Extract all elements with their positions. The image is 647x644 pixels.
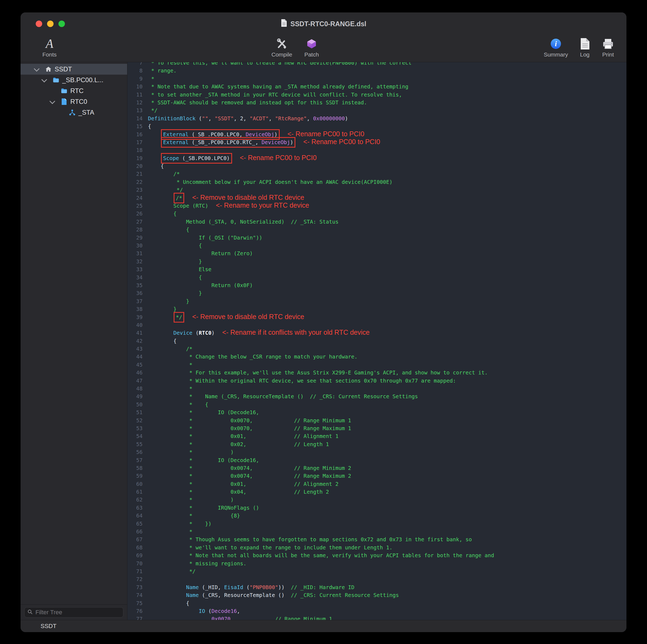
summary-button[interactable]: i Summary [544,37,568,58]
code-line [148,146,627,154]
code-line: * }) [148,520,627,528]
code-line: * { [148,401,627,408]
filter-tree-field [24,607,123,618]
fonts-button[interactable]: A Fonts [34,37,64,58]
code-token: { [148,243,202,249]
code-token: * Note that not all boards will be the s… [148,552,494,559]
tree-item-rtc[interactable]: RTC [20,85,127,96]
code-token: * 0x0074, // Range Maximum 2 [148,473,351,479]
code-token: // _HID: Hardware ID [291,584,354,590]
print-button[interactable]: Print [601,37,615,58]
tree-item-ssdt[interactable]: SSDT [20,64,127,75]
code-token: ( [196,115,202,122]
filter-tree-input[interactable] [35,609,120,616]
line-number: 57 [127,456,143,464]
code-token: * 0x0070, // Range Maximum 1 [148,425,351,431]
code-token: (_CRS, ResourceTemplate () [199,592,291,598]
code-line: /*<- Remove to disable old RTC device [148,194,627,202]
code-token: * IO (Decode16, [148,409,259,415]
line-number: 11 [127,91,143,99]
line-number: 39 [127,313,143,321]
titlebar: SSDT-RTC0-RANGE.dsl [20,12,627,35]
patch-icon [305,37,318,51]
code-token: * [148,386,192,392]
code-token: Name [186,584,199,590]
summary-icon: i [550,37,562,51]
chevron-down-icon[interactable] [42,77,47,82]
folder-icon [52,77,60,84]
line-number: 22 [127,178,143,186]
code-line: { [148,210,627,218]
close-button[interactable] [36,20,42,27]
chevron-down-icon[interactable] [50,98,55,104]
code-line: { [148,226,627,234]
line-number: 56 [127,448,143,456]
code-token: * 0x0074, // Range Minimum 2 [148,465,351,471]
line-number: 32 [127,258,143,265]
zoom-button[interactable] [58,20,65,27]
line-number: 44 [127,353,143,361]
line-number: 36 [127,289,143,297]
annotation-text: <- Rename to your RTC device [216,202,309,209]
code-token: * { [148,401,208,408]
tree-item-sb-pc00[interactable]: _SB.PC00.L... [20,75,127,85]
log-button[interactable]: Log [579,37,590,58]
code-token: External [163,132,189,138]
code-line: * [148,75,627,83]
code-line: DefinitionBlock ("", "SSDT", 2, "ACDT", … [148,114,627,123]
code-token: ) [345,115,348,122]
chevron-down-icon[interactable] [34,66,40,71]
code-token: */ [176,314,182,320]
code-token: * }) [148,521,212,527]
code-token: * [148,529,192,535]
minimize-button[interactable] [47,20,54,27]
code-line: */ [148,186,627,194]
code-editor[interactable]: 7891011121314151617181920212223242526272… [127,62,627,620]
code-line [148,575,627,583]
code-token: Decode16 [212,608,237,614]
line-number: 70 [127,560,143,567]
code-token: } [148,298,189,304]
code-token: * 0x0070, // Range Minimum 1 [148,417,351,424]
code-token: // Range Minimum 1 [275,616,332,620]
code-token: (_HID, [199,584,224,590]
code-token: , [237,608,240,614]
line-number: 12 [127,99,143,106]
code-token: 0x0070 [212,616,230,620]
code-token: * missing regions. [148,560,246,567]
code-line: * Note that not all boards will be the s… [148,552,627,559]
code-token: )) [278,584,291,590]
line-number: 43 [127,345,143,353]
patch-button[interactable]: Patch [300,37,323,58]
code-token: /* [148,346,192,352]
line-number: 19 [127,154,143,162]
code-token: ( [243,584,249,590]
tree-item-label: _SB.PC00.L... [62,76,103,84]
line-number: 72 [127,575,143,583]
line-number: 34 [127,273,143,281]
code-line: * For this example, we'll use the Asus S… [148,369,627,377]
code-line: * [148,361,627,369]
line-number: 38 [127,305,143,313]
code-line: } [148,297,627,305]
code-token: * 0x02, // Length 1 [148,441,329,448]
code-token: , [230,616,275,620]
code-line: * we'll want to expand the range to incl… [148,544,627,552]
line-number: 27 [127,218,143,226]
line-number: 21 [127,170,143,178]
tree-item-rtc0[interactable]: RTC0 [20,96,127,107]
line-number: 77 [127,615,143,620]
code-line: * Within the original RTC device, we see… [148,377,627,385]
line-number: 31 [127,250,143,257]
code-token: DeviceObj [262,139,290,146]
code-token: * {8} [148,512,240,519]
code-token: ( [205,608,211,614]
code-token [148,195,173,201]
toolbar: A Fonts Compile [20,35,627,62]
line-number: 33 [127,265,143,273]
compile-button[interactable]: Compile [268,37,295,58]
code-line: * 0x02, // Length 1 [148,440,627,448]
tree-item-sta[interactable]: _STA [20,107,127,118]
sidebar: SSDT _SB.PC00.L... RTC [20,62,127,620]
code-token: { [148,227,189,233]
